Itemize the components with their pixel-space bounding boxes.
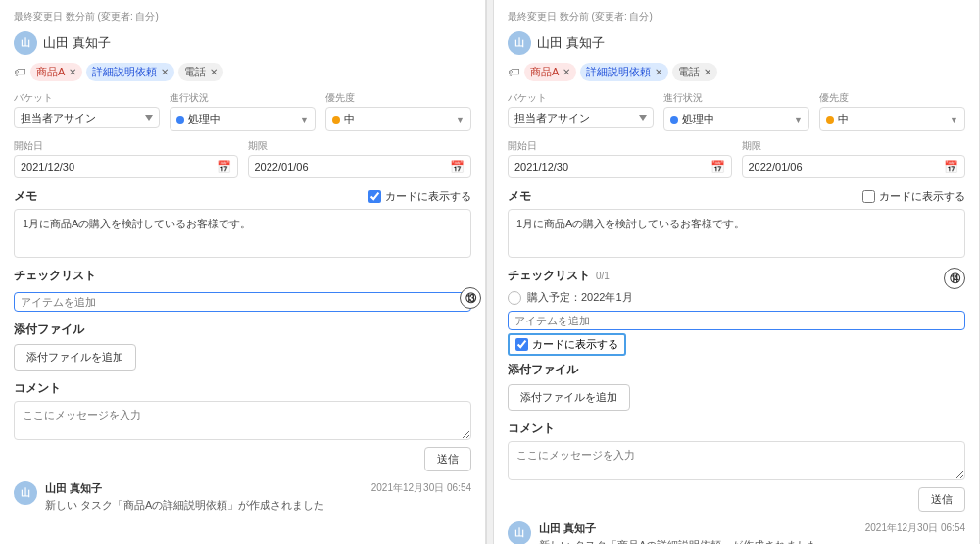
left-panel: 最終変更日 数分前 (変更者: 自分) 山 山田 真知子 🏷 商品A ✕ 詳細説… — [0, 0, 486, 544]
right-tag-icon: 🏷 — [508, 65, 520, 79]
right-status-value[interactable]: 処理中 ▼ — [663, 107, 809, 131]
left-bucket-field: バケット 担当者アサイン — [14, 91, 160, 131]
right-memo-title: メモ — [508, 188, 531, 205]
right-checklist-circle-1[interactable] — [508, 291, 521, 305]
right-avatar: 山 — [508, 31, 531, 55]
right-highlighted-checkbox[interactable] — [515, 338, 528, 351]
right-checklist-section: チェックリスト 0/1 購入予定：2022年1月 ⑭ — [508, 268, 965, 330]
left-add-item-input[interactable] — [14, 292, 471, 312]
right-checklist-title: チェックリスト — [508, 268, 590, 284]
left-tags-row: 🏷 商品A ✕ 詳細説明依頼 ✕ 電話 ✕ — [14, 63, 471, 81]
right-activity-row: 山 山田 真知子 2021年12月30日 06:54 新しい タスク「商品Aの詳… — [508, 521, 965, 544]
right-activity-header: 山田 真知子 2021年12月30日 06:54 — [539, 521, 965, 536]
left-show-card-checkbox[interactable] — [368, 190, 381, 203]
right-attachment-title: 添付ファイル — [508, 362, 965, 378]
left-duedate-label: 期限 — [248, 139, 472, 153]
right-tag-2-close[interactable]: ✕ — [704, 67, 711, 77]
left-show-card-label[interactable]: カードに表示する — [368, 189, 471, 204]
right-startdate-field: 開始日 2021/12/30 📅 — [508, 139, 732, 178]
left-activity-row: 山 山田 真知子 2021年12月30日 06:54 新しい タスク「商品Aの詳… — [14, 481, 471, 513]
right-callout-box-wrap: カードに表示する — [508, 340, 965, 362]
left-tag-1[interactable]: 詳細説明依頼 ✕ — [86, 63, 174, 81]
left-tag-icon: 🏷 — [14, 65, 26, 79]
right-highlighted-show-card: カードに表示する — [508, 333, 626, 356]
right-activity-desc: 新しい タスク「商品Aの詳細説明依頼」が作成されました — [539, 538, 965, 544]
left-duedate-field: 期限 2022/01/06 📅 — [248, 139, 472, 178]
left-tag-0-close[interactable]: ✕ — [69, 67, 76, 77]
left-tag-2[interactable]: 電話 ✕ — [178, 63, 223, 81]
right-duedate-input[interactable]: 2022/01/06 📅 — [742, 155, 966, 178]
left-startdate-input[interactable]: 2021/12/30 📅 — [14, 155, 238, 178]
left-user-name: 山田 真知子 — [43, 34, 111, 52]
right-tag-0[interactable]: 商品A ✕ — [524, 63, 576, 81]
left-tag-0[interactable]: 商品A ✕ — [30, 63, 82, 81]
left-last-modified: 最終変更日 数分前 (変更者: 自分) — [14, 10, 471, 24]
left-activity-content: 山田 真知子 2021年12月30日 06:54 新しい タスク「商品Aの詳細説… — [45, 481, 471, 513]
right-comment-footer: 送信 — [508, 487, 965, 512]
right-memo-text: 1月に商品Aの購入を検討しているお客様です。 — [508, 209, 965, 258]
right-attach-button[interactable]: 添付ファイルを追加 — [508, 384, 630, 411]
left-duedate-input[interactable]: 2022/01/06 📅 — [248, 155, 472, 178]
left-bucket-select[interactable]: 担当者アサイン — [14, 107, 160, 128]
left-priority-field: 優先度 中 ▼ — [325, 91, 471, 131]
left-checklist-title: チェックリスト — [14, 268, 471, 284]
right-bucket-field: バケット 担当者アサイン — [508, 91, 654, 131]
left-startdate-field: 開始日 2021/12/30 📅 — [14, 139, 238, 178]
left-activity-time: 2021年12月30日 06:54 — [371, 481, 471, 496]
right-priority-value[interactable]: 中 ▼ — [819, 107, 965, 131]
right-duedate-icon: 📅 — [944, 160, 958, 173]
left-priority-label: 優先度 — [325, 91, 471, 105]
left-checklist-section: チェックリスト ⑬ — [14, 268, 471, 312]
right-send-button[interactable]: 送信 — [918, 487, 965, 512]
left-status-label: 進行状況 — [170, 91, 316, 105]
right-last-modified: 最終変更日 数分前 (変更者: 自分) — [508, 10, 965, 24]
right-checklist-header: チェックリスト 0/1 — [508, 268, 965, 284]
right-bucket-select[interactable]: 担当者アサイン — [508, 107, 654, 128]
right-show-card-checkbox[interactable] — [862, 190, 875, 203]
right-startdate-input[interactable]: 2021/12/30 📅 — [508, 155, 732, 178]
right-tag-0-close[interactable]: ✕ — [563, 67, 570, 77]
panel-divider — [486, 0, 494, 544]
left-send-button[interactable]: 送信 — [424, 447, 471, 471]
left-status-value[interactable]: 処理中 ▼ — [170, 107, 316, 131]
right-attachment-section: 添付ファイル 添付ファイルを追加 — [508, 362, 965, 411]
left-attach-button[interactable]: 添付ファイルを追加 — [14, 344, 136, 371]
left-avatar: 山 — [14, 31, 37, 55]
left-tag-1-close[interactable]: ✕ — [161, 67, 169, 77]
left-activity-avatar: 山 — [14, 481, 37, 505]
right-tag-1-close[interactable]: ✕ — [655, 67, 662, 77]
left-callout-13: ⑬ — [460, 287, 481, 309]
right-comment-title: コメント — [508, 420, 965, 437]
right-checklist-add-wrap — [508, 309, 965, 330]
left-activity-desc: 新しい タスク「商品Aの詳細説明依頼」が作成されました — [45, 498, 471, 513]
right-add-item-input[interactable] — [508, 311, 965, 330]
right-show-card-label[interactable]: カードに表示する — [862, 189, 965, 204]
left-comment-section: コメント 送信 — [14, 380, 471, 471]
right-tag-2[interactable]: 電話 ✕ — [672, 63, 717, 81]
right-comment-input[interactable] — [508, 441, 965, 480]
left-bucket-label: バケット — [14, 91, 160, 105]
left-tag-2-close[interactable]: ✕ — [210, 67, 218, 77]
left-memo-title: メモ — [14, 188, 37, 205]
right-checklist-progress: 0/1 — [596, 271, 610, 281]
right-duedate-field: 期限 2022/01/06 📅 — [742, 139, 966, 178]
right-tag-1[interactable]: 詳細説明依頼 ✕ — [580, 63, 668, 81]
left-user-row: 山 山田 真知子 — [14, 31, 471, 55]
right-bucket-label: バケット — [508, 91, 654, 105]
left-memo-text: 1月に商品Aの購入を検討しているお客様です。 — [14, 209, 471, 258]
left-attachment-section: 添付ファイル 添付ファイルを追加 — [14, 321, 471, 371]
right-activity-avatar: 山 — [508, 521, 531, 544]
right-user-row: 山 山田 真知子 — [508, 31, 965, 55]
left-startdate-label: 開始日 — [14, 139, 238, 153]
left-status-dot — [176, 116, 184, 124]
right-status-dot — [670, 116, 678, 124]
left-priority-dot — [332, 116, 340, 124]
right-memo-header: メモ カードに表示する — [508, 188, 965, 205]
left-comment-input[interactable] — [14, 401, 471, 440]
left-priority-value[interactable]: 中 ▼ — [325, 107, 471, 131]
right-status-label: 進行状況 — [663, 91, 809, 105]
right-panel: 最終変更日 数分前 (変更者: 自分) 山 山田 真知子 🏷 商品A ✕ 詳細説… — [494, 0, 980, 544]
left-checklist-add-wrap — [14, 290, 471, 312]
right-fields-grid: バケット 担当者アサイン 進行状況 処理中 ▼ 優先度 中 ▼ — [508, 91, 965, 131]
left-activity-name: 山田 真知子 — [45, 481, 102, 496]
